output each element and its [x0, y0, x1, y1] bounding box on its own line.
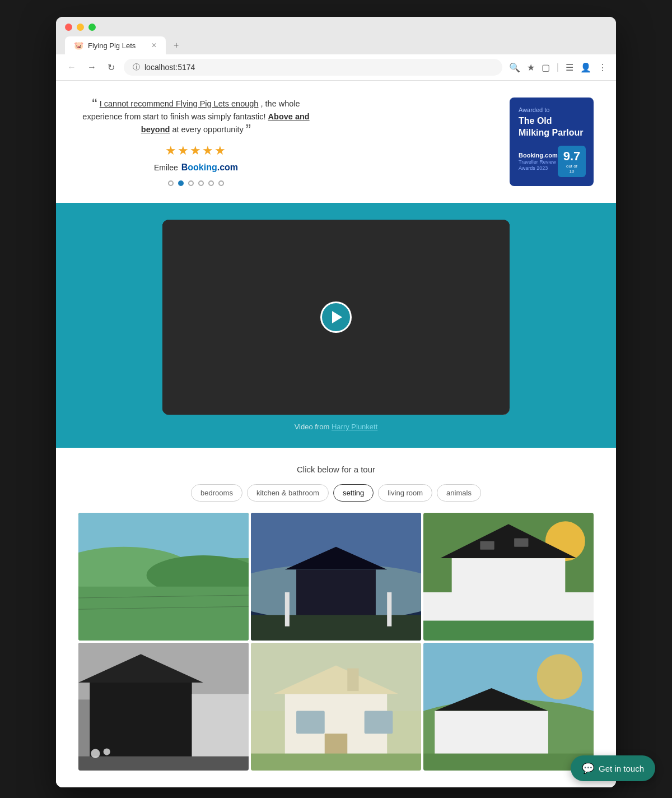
tour-tabs: bedrooms kitchen & bathroom setting livi… — [78, 484, 594, 502]
profile-icon[interactable]: 👤 — [580, 62, 591, 73]
award-year: Traveller Review Awards 2023 — [519, 159, 556, 171]
page-content: “ I cannot recommend Flying Pig Lets eno… — [56, 81, 616, 787]
photo-grid — [78, 513, 594, 771]
new-tab-button[interactable]: + — [168, 37, 184, 54]
tab-kitchen-bathroom[interactable]: kitchen & bathroom — [247, 484, 329, 502]
svg-rect-67 — [423, 754, 594, 771]
photo-4[interactable] — [78, 643, 249, 771]
video-credit-link[interactable]: Harry Plunkett — [332, 423, 377, 431]
photo-2[interactable] — [251, 513, 421, 641]
open-quote: “ — [92, 95, 97, 113]
award-footer: Booking.com Traveller Review Awards 2023… — [519, 146, 585, 177]
svg-rect-66 — [435, 711, 548, 757]
award-card: Awarded to The Old Milking Parlour Booki… — [510, 98, 594, 186]
tab-living-room[interactable]: living room — [378, 484, 432, 502]
svg-rect-58 — [296, 711, 325, 734]
address-bar: ← → ↻ ⓘ localhost:5174 🔍 ★ ▢ | ☰ 👤 ⋮ — [56, 54, 616, 81]
url-display: localhost:5174 — [144, 63, 195, 72]
extensions-icon[interactable]: ▢ — [542, 62, 550, 73]
dot-2[interactable] — [178, 180, 184, 186]
booking-logo: Booking.com — [181, 163, 238, 173]
menu-icon[interactable]: ⋮ — [598, 62, 607, 73]
bookmark-icon[interactable]: ★ — [527, 62, 535, 73]
svg-rect-25 — [78, 587, 249, 641]
video-credit: Video from Harry Plunkett — [295, 423, 378, 431]
svg-rect-59 — [365, 711, 393, 734]
tab-favicon: 🐷 — [74, 41, 83, 50]
tab-bar: 🐷 Flying Pig Lets ✕ + — [65, 36, 607, 54]
close-button[interactable] — [65, 24, 72, 31]
award-score-value: 9.7 — [563, 149, 581, 163]
award-out-of: out of 10 — [563, 164, 581, 174]
award-booking-name: Booking.com — [519, 152, 558, 159]
reviewer-info: Emilee Booking.com — [78, 163, 314, 173]
tab-close-icon[interactable]: ✕ — [151, 41, 157, 49]
search-icon[interactable]: 🔍 — [509, 62, 520, 73]
review-quote: “ I cannot recommend Flying Pig Lets eno… — [78, 98, 314, 137]
award-score: 9.7 out of 10 — [558, 146, 586, 177]
review-underline-text: I cannot recommend Flying Pig Lets enoug… — [100, 99, 259, 108]
award-label: Awarded to — [519, 106, 585, 113]
dot-4[interactable] — [198, 180, 204, 186]
minimize-button[interactable] — [77, 24, 84, 31]
tab-bedrooms[interactable]: bedrooms — [191, 484, 242, 502]
traffic-lights — [65, 24, 607, 31]
video-container[interactable] — [162, 220, 510, 415]
video-credit-prefix: Video from — [295, 423, 332, 431]
reviewer-name: Emilee — [154, 163, 178, 172]
svg-rect-41 — [480, 541, 494, 550]
cta-label: Get in touch — [599, 764, 644, 773]
tab-title: Flying Pig Lets — [88, 41, 147, 50]
review-section: “ I cannot recommend Flying Pig Lets eno… — [56, 81, 616, 203]
svg-rect-33 — [251, 615, 421, 641]
play-button[interactable] — [320, 301, 352, 333]
forward-button[interactable]: → — [85, 60, 99, 75]
award-property-name: The Old Milking Parlour — [519, 115, 585, 139]
award-site-info: Booking.com Traveller Review Awards 2023 — [519, 152, 558, 171]
svg-rect-42 — [514, 539, 528, 547]
back-button[interactable]: ← — [65, 60, 78, 75]
close-quote: ” — [246, 122, 251, 139]
photo-3[interactable] — [423, 513, 594, 641]
address-input[interactable]: ⓘ localhost:5174 — [124, 59, 502, 76]
tour-title: Click below for a tour — [78, 465, 594, 474]
svg-rect-34 — [285, 592, 290, 627]
svg-rect-60 — [251, 754, 421, 771]
dot-1[interactable] — [168, 180, 174, 186]
review-content: “ I cannot recommend Flying Pig Lets eno… — [78, 98, 314, 186]
svg-point-50 — [91, 749, 100, 758]
photo-1[interactable] — [78, 513, 249, 641]
browser-icons: 🔍 ★ ▢ | ☰ 👤 ⋮ — [509, 62, 607, 73]
photo-5[interactable] — [251, 643, 421, 771]
dot-6[interactable] — [218, 180, 224, 186]
play-triangle-icon — [332, 311, 342, 323]
svg-point-63 — [537, 655, 582, 700]
whatsapp-icon: 💬 — [582, 762, 594, 774]
dot-5[interactable] — [208, 180, 214, 186]
reload-button[interactable]: ↻ — [105, 60, 117, 75]
tab-setting[interactable]: setting — [333, 484, 374, 502]
video-section: Video from Harry Plunkett — [56, 203, 616, 448]
star-rating: ★★★★★ — [78, 143, 314, 158]
svg-rect-49 — [78, 757, 249, 771]
maximize-button[interactable] — [88, 24, 96, 31]
svg-point-51 — [104, 749, 110, 755]
sidebar-icon[interactable]: ☰ — [566, 62, 573, 73]
tour-section: Click below for a tour bedrooms kitchen … — [56, 448, 616, 787]
tab-animals[interactable]: animals — [437, 484, 481, 502]
svg-rect-56 — [347, 669, 358, 692]
svg-rect-35 — [387, 592, 391, 627]
browser-window: 🐷 Flying Pig Lets ✕ + ← → ↻ ⓘ localhost:… — [56, 17, 616, 787]
browser-chrome: 🐷 Flying Pig Lets ✕ + — [56, 17, 616, 54]
active-tab[interactable]: 🐷 Flying Pig Lets ✕ — [65, 36, 166, 54]
photo-6[interactable] — [423, 643, 594, 771]
carousel-dots — [78, 180, 314, 186]
svg-rect-43 — [423, 621, 594, 641]
review-text-3: at every opportunity — [172, 125, 243, 134]
dot-3[interactable] — [188, 180, 194, 186]
get-in-touch-button[interactable]: 💬 Get in touch — [571, 755, 655, 781]
